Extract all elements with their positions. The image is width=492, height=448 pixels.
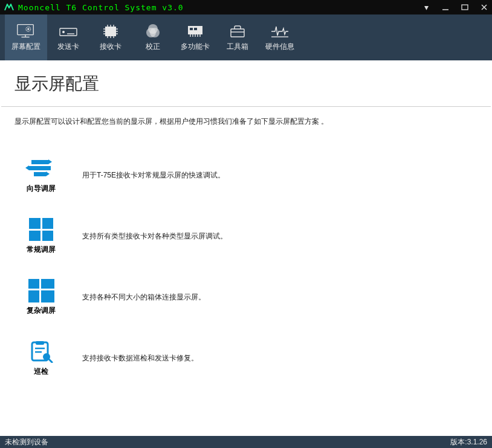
option-label: 常规调屏 (27, 245, 56, 255)
svg-rect-28 (194, 28, 197, 30)
svg-line-42 (49, 359, 52, 362)
dropdown-icon[interactable]: ▾ (422, 3, 430, 11)
grid-icon (28, 218, 54, 241)
option-desc: 支持所有类型接收卡对各种类型显示屏调试。 (82, 231, 227, 242)
svg-rect-10 (105, 27, 116, 36)
option-desc: 用于T-75E接收卡对常规显示屏的快速调试。 (82, 170, 225, 181)
toolbar-multifunc[interactable]: 多功能卡 (174, 14, 216, 60)
window-title: Mooncell T6 Control System v3.0 (18, 3, 422, 12)
venn-icon (143, 24, 163, 39)
toolbar-calibration[interactable]: 校正 (132, 14, 174, 60)
option-icon-block: 常规调屏 (15, 218, 68, 255)
toolbar-label: 多功能卡 (181, 42, 210, 52)
option-icon-block: 向导调屏 (15, 157, 68, 194)
close-button[interactable] (480, 3, 488, 11)
option-inspect[interactable]: 巡检 支持接收卡数据巡检和发送卡修复。 (15, 340, 477, 377)
toolbar-screen-config[interactable]: 屏幕配置 (5, 14, 47, 60)
status-right: 版本:3.1.26 (450, 437, 487, 447)
option-label: 复杂调屏 (27, 306, 56, 316)
svg-rect-38 (36, 341, 44, 345)
status-bar: 未检测到设备 版本:3.1.26 (0, 436, 492, 448)
toolbar-hw-info[interactable]: 硬件信息 (259, 14, 301, 60)
svg-rect-2 (18, 24, 33, 34)
option-desc: 支持接收卡数据巡检和发送卡修复。 (82, 353, 198, 363)
complex-grid-icon (28, 279, 54, 302)
svg-point-25 (148, 24, 158, 34)
window-buttons: ▾ (422, 3, 488, 11)
option-label: 巡检 (34, 366, 48, 377)
main-panel: 显示屏配置 显示屏配置可以设计和配置您当前的显示屏，根据用户使用习惯我们准备了如… (1, 60, 491, 436)
toolbar-label: 屏幕配置 (11, 42, 40, 52)
svg-rect-27 (190, 28, 193, 30)
drive-icon (58, 24, 79, 39)
option-normal[interactable]: 常规调屏 支持所有类型接收卡对各种类型显示屏调试。 (15, 218, 477, 255)
svg-point-5 (26, 27, 31, 31)
waveform-icon (270, 24, 290, 39)
option-desc: 支持各种不同大小的箱体连接显示屏。 (82, 292, 206, 302)
toolbar-label: 发送卡 (57, 42, 79, 52)
titlebar: Mooncell T6 Control System v3.0 ▾ (0, 0, 492, 14)
clipboard-search-icon (28, 340, 54, 363)
wizard-icon (28, 157, 54, 180)
option-label: 向导调屏 (27, 184, 56, 194)
option-wizard[interactable]: 向导调屏 用于T-75E接收卡对常规显示屏的快速调试。 (15, 157, 477, 194)
svg-point-6 (28, 28, 29, 30)
minimize-button[interactable] (441, 3, 450, 11)
toolbar-label: 工具箱 (227, 42, 248, 52)
svg-rect-1 (462, 5, 468, 10)
toolbar-label: 硬件信息 (265, 42, 294, 52)
page-title: 显示屏配置 (1, 60, 491, 107)
maximize-button[interactable] (461, 3, 469, 11)
toolbox-icon (227, 24, 248, 39)
toolbar-toolbox[interactable]: 工具箱 (216, 14, 259, 60)
toolbar: 屏幕配置 发送卡 接收卡 校正 多功能卡 工具箱 硬件信息 (0, 14, 492, 60)
page-description: 显示屏配置可以设计和配置您当前的显示屏，根据用户使用习惯我们准备了如下显示屏配置… (1, 107, 491, 145)
toolbar-label: 校正 (146, 42, 160, 52)
option-list: 向导调屏 用于T-75E接收卡对常规显示屏的快速调试。 常规调屏 支持所有类型接… (1, 157, 491, 377)
svg-point-8 (63, 31, 65, 33)
option-icon-block: 复杂调屏 (15, 279, 68, 316)
toolbar-label: 接收卡 (100, 42, 121, 52)
toolbar-send-card[interactable]: 发送卡 (47, 14, 89, 60)
option-icon-block: 巡检 (15, 340, 68, 377)
chip-icon (100, 24, 121, 39)
monitor-gear-icon (16, 24, 36, 39)
status-left: 未检测到设备 (5, 437, 48, 447)
option-complex[interactable]: 复杂调屏 支持各种不同大小的箱体连接显示屏。 (15, 279, 477, 316)
toolbar-recv-card[interactable]: 接收卡 (89, 14, 132, 60)
board-icon (185, 24, 206, 39)
app-logo-icon (4, 2, 15, 13)
svg-rect-34 (231, 29, 244, 37)
